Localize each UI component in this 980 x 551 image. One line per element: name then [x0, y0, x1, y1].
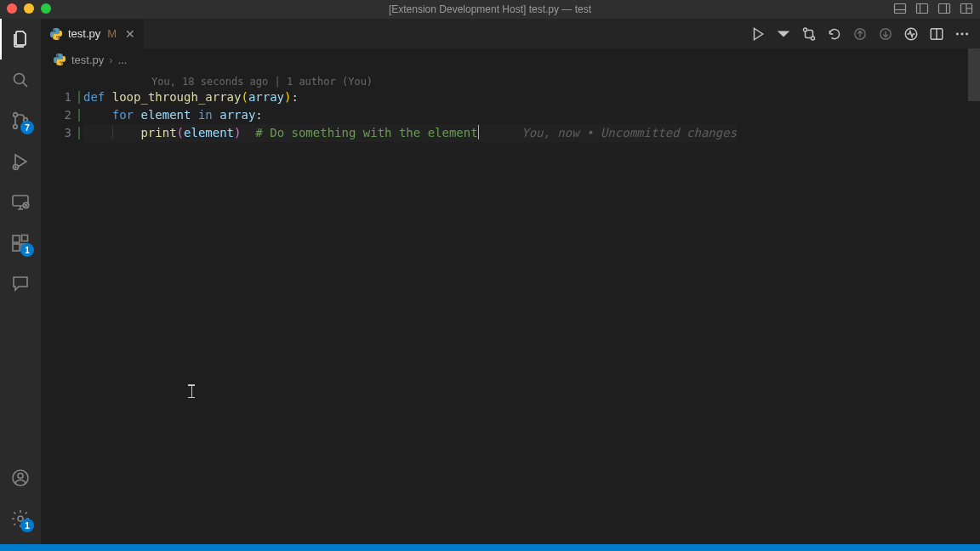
- extensions-badge: 1: [20, 243, 34, 257]
- svg-point-32: [961, 32, 964, 35]
- files-icon: [10, 29, 31, 49]
- line-number-gutter: 1 2 3: [41, 71, 83, 544]
- chat-icon: [10, 274, 31, 294]
- settings-badge: 1: [20, 519, 34, 532]
- code-line[interactable]: print(element) # Do something with the e…: [83, 124, 737, 142]
- mouse-text-cursor: [191, 384, 192, 398]
- source-control-tab[interactable]: 7: [0, 100, 41, 141]
- revert-icon[interactable]: [827, 26, 842, 42]
- settings-button[interactable]: 1: [0, 498, 41, 539]
- code-line[interactable]: for element in array:: [83, 106, 737, 124]
- text-cursor: [478, 125, 479, 139]
- tab-test-py[interactable]: test.py M ✕: [41, 19, 145, 48]
- status-bar[interactable]: [0, 544, 980, 551]
- more-actions-icon[interactable]: [954, 26, 970, 42]
- line-number: 3: [41, 124, 71, 142]
- code-editor[interactable]: You, 18 seconds ago | 1 author (You) 1 2…: [41, 71, 980, 544]
- prev-change-icon[interactable]: [852, 26, 868, 42]
- source-control-badge: 7: [20, 121, 34, 134]
- remote-explorer-tab[interactable]: [0, 182, 41, 223]
- svg-point-24: [803, 27, 806, 31]
- tab-filename: test.py: [68, 27, 100, 40]
- account-icon: [10, 468, 31, 488]
- svg-point-33: [966, 32, 968, 35]
- run-dropdown[interactable]: [776, 26, 791, 42]
- activity-bar: 7 1 1: [0, 19, 41, 544]
- window-controls: [7, 3, 51, 14]
- toggle-panel-icon[interactable]: [893, 2, 907, 18]
- editor-tabs: test.py M ✕: [41, 19, 980, 48]
- zoom-window-button[interactable]: [41, 3, 51, 14]
- explorer-tab[interactable]: [0, 19, 41, 60]
- close-window-button[interactable]: [7, 3, 17, 14]
- search-icon: [10, 70, 31, 90]
- titlebar-layout-controls: [893, 2, 973, 18]
- git-compare-icon[interactable]: [801, 26, 817, 42]
- code-line[interactable]: def loop_through_array(array):: [83, 88, 737, 106]
- run-debug-tab[interactable]: [0, 141, 41, 182]
- svg-point-11: [14, 113, 18, 117]
- svg-point-31: [956, 32, 959, 35]
- breadcrumb-file: test.py: [71, 54, 104, 66]
- next-change-icon[interactable]: [878, 26, 893, 42]
- search-tab[interactable]: [0, 60, 41, 100]
- close-tab-button[interactable]: ✕: [125, 27, 135, 41]
- customize-layout-icon[interactable]: [960, 2, 973, 18]
- breadcrumb[interactable]: test.py › ...: [41, 48, 980, 71]
- breadcrumb-trail: ...: [118, 54, 128, 66]
- remote-explorer-icon: [10, 192, 31, 213]
- accounts-button[interactable]: [0, 457, 41, 498]
- svg-rect-18: [13, 244, 20, 251]
- svg-point-12: [14, 125, 18, 129]
- gitlens-blame: You, now • Uncommitted changes: [521, 126, 737, 139]
- svg-rect-20: [22, 236, 28, 241]
- tab-modified-indicator: M: [107, 27, 117, 40]
- editor-actions: [750, 19, 980, 48]
- line-number: 1: [41, 88, 71, 106]
- activity-icon[interactable]: [903, 26, 919, 42]
- svg-point-9: [14, 74, 25, 84]
- svg-rect-17: [13, 236, 20, 242]
- svg-point-22: [18, 474, 23, 479]
- run-button[interactable]: [750, 26, 766, 42]
- svg-rect-2: [917, 4, 928, 14]
- line-number: 2: [41, 106, 71, 124]
- debug-icon: [10, 151, 31, 172]
- toggle-secondary-sidebar-icon[interactable]: [937, 2, 951, 18]
- window-title: [Extension Development Host] test.py — t…: [389, 3, 591, 15]
- titlebar: [Extension Development Host] test.py — t…: [0, 0, 980, 19]
- extensions-tab[interactable]: 1: [0, 223, 41, 264]
- python-file-icon: [49, 27, 63, 41]
- svg-rect-4: [939, 4, 950, 14]
- svg-point-25: [811, 37, 814, 40]
- svg-rect-0: [895, 4, 906, 14]
- svg-line-10: [23, 82, 27, 87]
- python-file-icon: [53, 53, 66, 66]
- gitlens-codelens[interactable]: You, 18 seconds ago | 1 author (You): [151, 73, 373, 91]
- chevron-right-icon: ›: [109, 54, 112, 66]
- chat-tab[interactable]: [0, 264, 41, 304]
- split-editor-icon[interactable]: [929, 26, 944, 42]
- toggle-sidebar-icon[interactable]: [915, 2, 929, 18]
- minimize-window-button[interactable]: [24, 3, 34, 14]
